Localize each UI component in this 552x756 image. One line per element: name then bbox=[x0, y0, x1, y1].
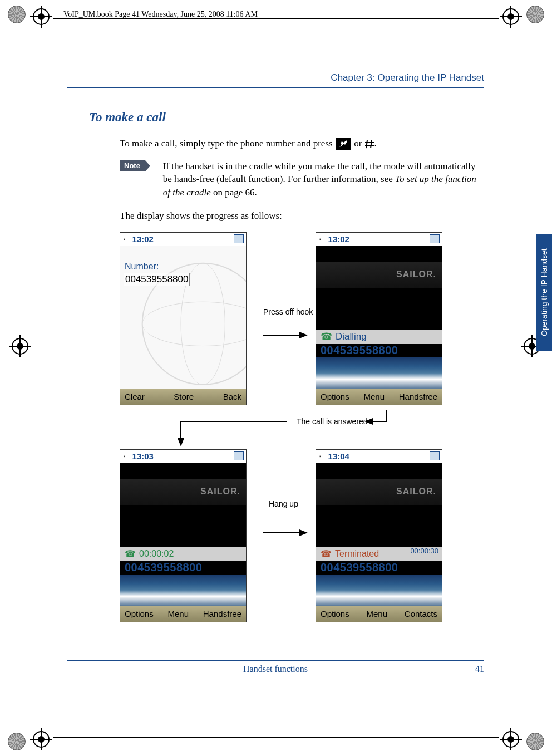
screen-body: SAILOR. ☎ 00:00:02 004539558800 bbox=[120, 463, 246, 606]
status-right-icon bbox=[234, 451, 244, 460]
signal-icon: ▪ bbox=[124, 453, 126, 459]
note-badge: Note bbox=[120, 160, 145, 171]
call-duration: 00:00:02 bbox=[139, 549, 174, 559]
call-status-band: ☎ Dialling bbox=[316, 330, 442, 344]
crop-ornament-br bbox=[526, 733, 544, 750]
status-right-icon bbox=[430, 234, 440, 243]
status-bar: ▪ 13:03 bbox=[120, 450, 246, 463]
registration-mark-icon bbox=[499, 727, 523, 752]
earth-image bbox=[120, 575, 246, 606]
status-time: 13:02 bbox=[132, 234, 154, 244]
svg-line-25 bbox=[371, 140, 372, 148]
registration-mark-icon bbox=[29, 727, 53, 752]
phone-active-icon: ☎ bbox=[125, 548, 136, 559]
softkey-bar: Options Menu Handsfree bbox=[316, 389, 442, 405]
note-block: Note If the handset is in the cradle whi… bbox=[120, 160, 484, 199]
svg-marker-34 bbox=[364, 418, 373, 425]
status-right-icon bbox=[234, 234, 244, 243]
softkey-left[interactable]: Options bbox=[321, 392, 349, 401]
registration-mark-icon bbox=[8, 334, 32, 359]
number-label: Number: bbox=[125, 262, 159, 272]
call-status-band: ☎ Terminated 00:00:30 bbox=[316, 547, 442, 561]
softkey-left[interactable]: Options bbox=[125, 609, 154, 618]
note-text: If the handset is in the cradle while yo… bbox=[162, 160, 484, 199]
softkey-right[interactable]: Back bbox=[223, 392, 241, 401]
softkey-right[interactable]: Handsfree bbox=[203, 609, 241, 618]
intro-paragraph: To make a call, simply type the phone nu… bbox=[120, 137, 484, 151]
softkey-center[interactable]: Menu bbox=[363, 392, 385, 401]
signal-icon: ▪ bbox=[319, 453, 322, 459]
call-status-text: Terminated bbox=[335, 549, 379, 559]
call-duration-band: ☎ 00:00:02 bbox=[120, 547, 246, 561]
dialed-number: 004539558800 bbox=[321, 561, 398, 574]
footer-rule bbox=[67, 660, 484, 661]
call-status-text: Dialling bbox=[336, 331, 367, 342]
dialed-number: 004539558800 bbox=[321, 344, 398, 357]
annotation-hang-up: Hang up bbox=[269, 499, 298, 508]
status-time: 13:03 bbox=[132, 451, 154, 461]
earth-image bbox=[316, 575, 442, 606]
svg-marker-32 bbox=[299, 332, 308, 338]
softkey-center[interactable]: Menu bbox=[167, 609, 189, 618]
section-title: To make a call bbox=[89, 110, 484, 125]
crop-line bbox=[53, 737, 499, 738]
phone-screen-connected: ▪ 13:03 ⊠ SAILOR. ☎ 00:00:02 00453955880… bbox=[120, 449, 247, 622]
intro-text-or: or bbox=[354, 138, 364, 149]
status-bar: ▪ 13:02 bbox=[316, 233, 442, 246]
arrow-answered-icon bbox=[175, 410, 387, 449]
earth-image bbox=[316, 357, 442, 389]
screen-body: Number: 004539558800 bbox=[120, 246, 246, 389]
registration-mark-icon bbox=[499, 4, 523, 29]
phone-up-icon: ☎ bbox=[321, 331, 332, 342]
annotation-press-off-hook: Press off hook bbox=[263, 307, 313, 316]
softkey-bar: Options Menu Contacts bbox=[316, 606, 442, 622]
doc-header-text: VoIP_UM.book Page 41 Wednesday, June 25,… bbox=[63, 10, 258, 19]
call-progress-diagram: ▪ 13:02 ⊠ Number: 004539558800 Clear Sto… bbox=[120, 232, 459, 639]
arrow-right-icon bbox=[263, 527, 308, 538]
chapter-header: Chapter 3: Operating the IP Handset bbox=[67, 72, 484, 87]
status-right-icon bbox=[430, 451, 440, 460]
screen-body: SAILOR. ☎ Dialling 004539558800 bbox=[316, 246, 442, 389]
phone-screen-dialling: ▪ 13:02 ⊠ SAILOR. ☎ Dialling 00453955880… bbox=[316, 232, 442, 405]
svg-point-29 bbox=[142, 302, 246, 346]
status-time: 13:02 bbox=[328, 234, 349, 244]
note-divider bbox=[156, 160, 156, 199]
softkey-left[interactable]: Clear bbox=[125, 392, 145, 401]
number-entry-field[interactable]: 004539558800 bbox=[124, 273, 190, 286]
dialed-number: 004539558800 bbox=[125, 561, 202, 574]
crop-ornament-bl bbox=[8, 733, 26, 750]
page-footer: Handset functions 41 bbox=[67, 660, 484, 674]
brand-band: SAILOR. bbox=[120, 479, 246, 505]
side-tab: Operating the IP Handset bbox=[536, 234, 552, 351]
softkey-center[interactable]: Store bbox=[174, 392, 194, 401]
softkey-center[interactable]: Menu bbox=[366, 609, 387, 618]
screen-body: SAILOR. ☎ Terminated 00:00:30 0045395588… bbox=[316, 463, 442, 606]
status-bar: ▪ 13:02 bbox=[120, 233, 246, 246]
hash-key-icon bbox=[364, 139, 374, 149]
softkey-bar: Clear Store Back bbox=[120, 389, 246, 405]
brand-band: SAILOR. bbox=[316, 262, 442, 288]
crop-ornament-tr bbox=[526, 6, 544, 23]
softkey-bar: Options Menu Handsfree bbox=[120, 606, 246, 622]
header-rule bbox=[67, 87, 484, 88]
status-time: 13:04 bbox=[328, 451, 349, 461]
note-text-part2: on page 66. bbox=[213, 187, 257, 198]
svg-marker-40 bbox=[299, 529, 308, 536]
crop-ornament-tl bbox=[8, 6, 26, 23]
svg-line-24 bbox=[366, 140, 367, 148]
softkey-right[interactable]: Contacts bbox=[405, 609, 437, 618]
registration-mark-icon bbox=[29, 4, 53, 29]
softkey-left[interactable]: Options bbox=[321, 609, 349, 618]
intro-text-pre: To make a call, simply type the phone nu… bbox=[120, 138, 335, 149]
intro-text-post: . bbox=[374, 138, 377, 149]
footer-section-name: Handset functions bbox=[243, 664, 308, 674]
phone-screen-terminated: ▪ 13:04 ⊠ SAILOR. ☎ Terminated 00:00:30 … bbox=[316, 449, 442, 622]
signal-icon: ▪ bbox=[124, 236, 126, 242]
softkey-right[interactable]: Handsfree bbox=[399, 392, 437, 401]
arrow-right-icon bbox=[263, 330, 308, 341]
offhook-key-icon bbox=[336, 138, 351, 150]
status-bar: ▪ 13:04 bbox=[316, 450, 442, 463]
call-duration: 00:00:30 bbox=[410, 547, 438, 555]
svg-marker-37 bbox=[178, 438, 184, 446]
brand-band: SAILOR. bbox=[316, 479, 442, 505]
